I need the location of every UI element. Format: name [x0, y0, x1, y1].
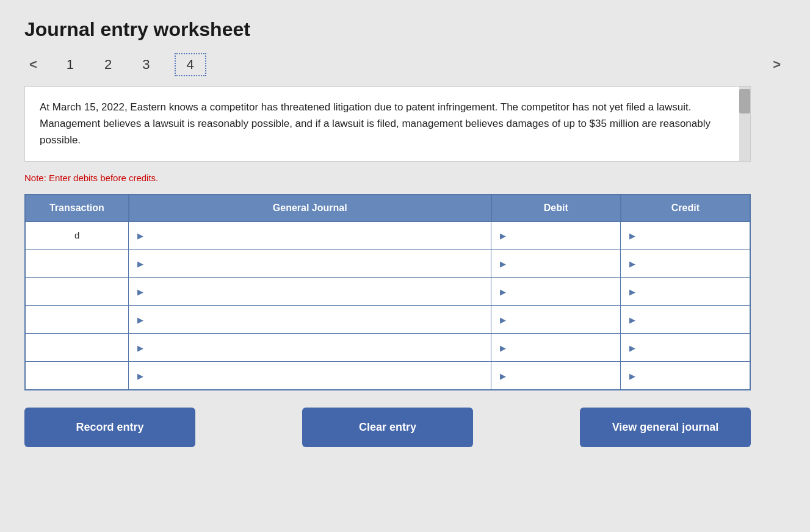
col-header-debit: Debit — [491, 195, 621, 221]
table-row: ▶▶▶ — [25, 306, 750, 334]
tab-4[interactable]: 4 — [175, 53, 206, 76]
table-row: ▶▶▶ — [25, 278, 750, 306]
scenario-box: At March 15, 2022, Eastern knows a compe… — [24, 86, 751, 162]
table-row: ▶▶▶ — [25, 334, 750, 362]
transaction-cell-3 — [25, 306, 129, 334]
journal-table: Transaction General Journal Debit Credit… — [24, 194, 751, 390]
journal-cell-3[interactable]: ▶ — [129, 306, 491, 334]
buttons-row: Record entry Clear entry View general jo… — [24, 408, 751, 447]
table-row: d▶▶▶ — [25, 221, 750, 250]
record-entry-button[interactable]: Record entry — [24, 408, 195, 447]
tab-1[interactable]: 1 — [60, 54, 80, 75]
table-row: ▶▶▶ — [25, 362, 750, 390]
scrollbar-thumb[interactable] — [739, 89, 750, 113]
credit-cell-4[interactable]: ▶ — [621, 334, 750, 362]
debit-cell-1[interactable]: ▶ — [491, 250, 621, 278]
tab-navigation: < 1 2 3 4 > — [24, 53, 786, 76]
debit-cell-0[interactable]: ▶ — [491, 221, 621, 250]
transaction-cell-4 — [25, 334, 129, 362]
view-general-journal-button[interactable]: View general journal — [580, 408, 751, 447]
tab-2[interactable]: 2 — [98, 54, 118, 75]
credit-cell-0[interactable]: ▶ — [621, 221, 750, 250]
credit-cell-5[interactable]: ▶ — [621, 362, 750, 390]
journal-cell-5[interactable]: ▶ — [129, 362, 491, 390]
col-header-credit: Credit — [621, 195, 750, 221]
table-row: ▶▶▶ — [25, 250, 750, 278]
prev-arrow[interactable]: < — [24, 54, 42, 75]
journal-cell-0[interactable]: ▶ — [129, 221, 491, 250]
credit-cell-3[interactable]: ▶ — [621, 306, 750, 334]
table-header-row: Transaction General Journal Debit Credit — [25, 195, 750, 221]
col-header-transaction: Transaction — [25, 195, 129, 221]
transaction-cell-5 — [25, 362, 129, 390]
journal-cell-4[interactable]: ▶ — [129, 334, 491, 362]
next-arrow[interactable]: > — [768, 54, 786, 75]
journal-cell-1[interactable]: ▶ — [129, 250, 491, 278]
scenario-text: At March 15, 2022, Eastern knows a compe… — [40, 99, 736, 149]
debit-cell-3[interactable]: ▶ — [491, 306, 621, 334]
clear-entry-button[interactable]: Clear entry — [302, 408, 473, 447]
tab-3[interactable]: 3 — [136, 54, 156, 75]
credit-cell-2[interactable]: ▶ — [621, 278, 750, 306]
journal-cell-2[interactable]: ▶ — [129, 278, 491, 306]
note-text: Note: Enter debits before credits. — [24, 173, 786, 183]
transaction-cell-1 — [25, 250, 129, 278]
transaction-cell-0: d — [25, 221, 129, 250]
scrollbar[interactable] — [739, 87, 750, 161]
col-header-journal: General Journal — [129, 195, 491, 221]
debit-cell-5[interactable]: ▶ — [491, 362, 621, 390]
page-title: Journal entry worksheet — [24, 18, 786, 41]
debit-cell-2[interactable]: ▶ — [491, 278, 621, 306]
debit-cell-4[interactable]: ▶ — [491, 334, 621, 362]
credit-cell-1[interactable]: ▶ — [621, 250, 750, 278]
transaction-cell-2 — [25, 278, 129, 306]
